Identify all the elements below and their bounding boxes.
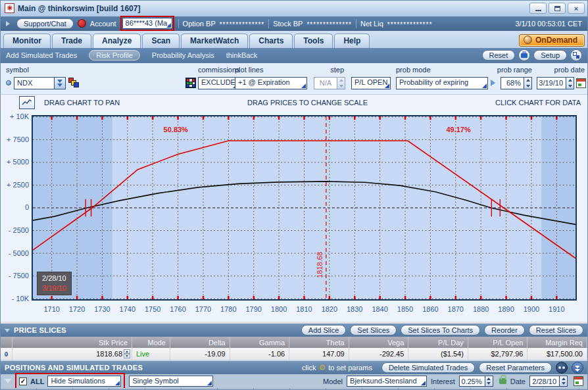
expand-probability-arrow-icon[interactable] [491,80,495,86]
restore-button[interactable] [549,3,566,14]
tab-marketwatch[interactable]: MarketWatch [181,34,248,48]
tab-tools[interactable]: Tools [294,34,333,48]
drag-chart-hint: DRAG CHART TO PAN [44,99,120,107]
set-slices-button[interactable]: Set Slices [350,325,397,335]
layout-squares-icon[interactable] [68,78,79,88]
prob-date-value[interactable]: 3/19/10 [537,77,566,89]
column-header-p-l-day: P/L Day [408,337,468,348]
ondemand-orb-icon [524,36,532,44]
pl-mode-select[interactable]: P/L OPEN [351,77,391,89]
slice-cell-theta: 147.09 [289,348,349,360]
collapse-section-button[interactable] [572,362,583,374]
reset-button[interactable]: Reset [482,50,516,61]
y-tick-label: - 10K [2,295,29,303]
step-label: step [310,66,344,74]
prob-date-spinner[interactable] [566,77,574,89]
main-tab-bar: MonitorTradeAnalyzeScanMarketWatchCharts… [1,31,587,48]
account-bar: Support/Chat Account 86****43 (Ma... Opt… [1,16,587,31]
restore-icon [554,6,560,11]
minimize-button[interactable] [529,3,547,14]
plot-lines-select[interactable]: +1 @ Expiration [235,77,307,89]
reset-slices-button[interactable]: Reset Slices [529,325,583,335]
snapshot-button[interactable] [556,362,568,374]
expand-arrow-icon[interactable] [6,21,10,26]
ondemand-button[interactable]: OnDemand [519,34,585,47]
expand-triangle-icon[interactable] [5,379,11,383]
setup-button[interactable]: Setup [533,50,567,61]
simulations-select[interactable]: Hide Simulations [47,376,121,387]
slice-mode-cell[interactable]: Live [132,348,170,360]
symbol-input[interactable]: NDX [14,77,55,89]
step-value[interactable]: N/A [314,77,337,89]
simulations-highlight-box: ✓ ALL Hide Simulations [15,373,125,389]
calendar-icon[interactable] [574,376,583,386]
subtab-add-simulated-trades[interactable]: Add Simulated Trades [6,51,77,59]
x-tick-label: 1720 [66,305,88,313]
symbol-label: symbol [6,66,29,74]
collapse-triangle-icon[interactable] [5,329,10,332]
reset-parameters-button[interactable]: Reset Parameters [479,362,552,373]
prob-range-spinner[interactable] [524,77,532,89]
model-select[interactable]: Bjerksund-Stensland [347,376,427,387]
tab-monitor[interactable]: Monitor [3,34,51,48]
y-tick-label: + 7500 [2,135,29,143]
tab-help[interactable]: Help [334,34,370,48]
separator [268,19,269,28]
tab-scan[interactable]: Scan [142,34,180,48]
delete-simulated-trades-button[interactable]: Delete Simulated Trades [381,362,475,373]
app-logo-icon: ✳ [5,3,14,13]
interest-spinner[interactable] [485,376,493,387]
reorder-button[interactable]: Reorder [484,325,525,335]
subtab-risk-profile[interactable]: Risk Profile [89,50,140,61]
interest-input[interactable]: 0.25% [459,376,485,387]
subtab-probability-analysis[interactable]: Probability Analysis [152,51,214,59]
column-header-gamma: Gamma [230,337,290,348]
x-tick-label: 1740 [116,305,139,313]
step-spinner[interactable] [337,77,345,89]
prob-mode-select[interactable]: Probability of expiring [396,77,488,89]
lock-icon[interactable] [499,378,506,384]
analyze-subtab-bar: Add Simulated TradesRisk ProfileProbabil… [1,48,587,63]
symbol-dropdown-button[interactable] [55,77,66,89]
chart-date-legend: 2/28/103/19/10 [37,272,72,295]
mini-chart-icon [22,99,32,107]
symbol-grouping-select[interactable]: Single Symbol [129,376,213,387]
subtab-thinkback[interactable]: thinkBack [226,51,258,59]
add-slice-button[interactable]: Add Slice [301,325,346,335]
tab-trade[interactable]: Trade [52,34,91,48]
commissions-grid-icon[interactable] [185,78,196,88]
tab-analyze[interactable]: Analyze [93,34,141,48]
symbol-bullet-icon [6,80,11,85]
account-label: Account [90,20,116,28]
close-button[interactable]: × [568,3,585,14]
plot-lines-label: plot lines [235,66,263,74]
detach-button[interactable] [570,49,582,61]
alert-status-icon[interactable] [78,19,86,28]
column-header-spacer [1,337,12,348]
set-slices-to-charts-button[interactable]: Set Slices To Charts [401,325,480,335]
slice-price-spinner[interactable] [124,349,130,358]
params-gear-icon: ⚙ [318,364,326,372]
tab-charts[interactable]: Charts [249,34,293,48]
chart-plot-area[interactable] [32,115,577,301]
print-button[interactable] [518,49,530,61]
x-tick-label: 1890 [495,305,518,313]
slice-cell-p-l-open: $2,797.96 [468,348,528,360]
date-spinner[interactable] [560,376,568,387]
slice-bullet-icon [5,352,8,356]
hint-suffix: to set params [328,364,372,372]
date-label: Date [510,378,526,385]
slice-cell-margin-req: $17,500.00 [527,348,587,360]
all-checkbox[interactable]: ✓ [19,378,27,385]
support-chat-button[interactable]: Support/Chat [16,18,74,29]
calendar-icon[interactable] [576,78,586,88]
prob-range-value[interactable]: 68% [501,77,524,89]
date-input[interactable]: 2/28/10 [529,376,560,387]
x-tick-label: 1710 [41,305,63,313]
chart-mode-button[interactable] [19,96,35,109]
slice-stk-price-value[interactable]: 1818.68 [96,350,122,358]
ondemand-label: OnDemand [535,36,577,45]
account-select[interactable]: 86****43 (Ma... [122,18,172,29]
probability-label: 50.83% [164,126,188,134]
commissions-select[interactable]: EXCLUDE [198,77,239,89]
